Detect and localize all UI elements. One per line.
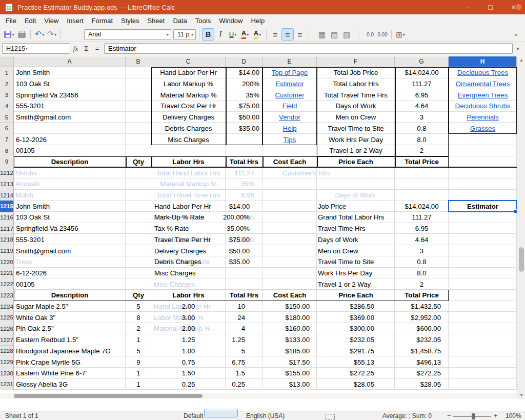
menu-sheet[interactable]: Sheet — [143, 15, 169, 26]
font-size-select[interactable]: 11 pt▾ — [173, 29, 196, 40]
equals-button[interactable]: = — [92, 43, 103, 54]
zoom-in-button[interactable]: + — [494, 412, 498, 419]
cell-F1227[interactable]: $232.05 — [317, 334, 395, 346]
cell-D1[interactable]: $14.00 — [226, 67, 262, 78]
menu-file[interactable]: File — [2, 15, 21, 26]
cell-D3[interactable]: 35% — [226, 89, 262, 101]
cell-F1224[interactable]: $286.50 — [317, 301, 395, 312]
cell-G1219[interactable]: 3 — [395, 245, 449, 256]
cell-A2[interactable]: 103 Oak St — [14, 78, 126, 90]
cell-H6[interactable]: Grasses — [449, 123, 517, 134]
cell-G1229[interactable]: $496.13 — [395, 356, 449, 368]
column-header-A[interactable]: A — [14, 56, 126, 67]
toolbar-overflow-button[interactable]: » — [510, 28, 522, 41]
cell-B1231[interactable]: 1 — [126, 379, 151, 390]
font-name-select[interactable]: Arial▾ — [84, 29, 171, 40]
cell-C4[interactable]: Travel Cost Per Hr — [151, 101, 226, 112]
cell-F9[interactable]: Price Each — [317, 156, 395, 168]
cell-G1228[interactable]: $1,458.75 — [395, 346, 449, 357]
print-icon[interactable] — [15, 28, 28, 41]
cell-F1216[interactable]: Grand Total Labor Hrs — [317, 212, 395, 223]
delete-decimal-button[interactable]: 0.00 — [376, 28, 389, 41]
cell-E1231[interactable]: $13.00 — [262, 379, 317, 390]
row-header-1231[interactable]: 1231 — [0, 379, 14, 390]
cell-F1230[interactable]: $272.25 — [317, 368, 395, 379]
row-header-6[interactable]: 6 — [0, 123, 14, 135]
undo-icon[interactable]: ↶▾ — [33, 28, 46, 41]
cell-C1226[interactable]: 2.00 — [151, 323, 226, 334]
cell-C1220[interactable]: Debris Charges — [151, 256, 226, 268]
row-header-1230[interactable]: 1230 — [0, 368, 14, 379]
selected-cell-outline[interactable] — [448, 200, 517, 212]
cell-A8[interactable]: 00105 — [14, 145, 126, 156]
cell-C1228[interactable]: 1.00 — [151, 346, 226, 357]
sheet-count[interactable]: Sheet 1 of 1 — [5, 412, 38, 419]
cell-H1[interactable]: Deciduous Trees — [449, 67, 517, 78]
menu-help[interactable]: Help — [247, 15, 269, 26]
cell-E6[interactable]: Help — [262, 123, 317, 134]
cell-C2[interactable]: Labor Markup % — [151, 78, 226, 90]
expand-formula-bar-icon[interactable]: ▾ — [513, 46, 523, 51]
cell-D5[interactable]: $50.00 — [226, 112, 262, 123]
cell-C1215[interactable]: Hand Labor Per Hr — [151, 201, 226, 212]
row-header-1222[interactable]: 1222 — [0, 278, 14, 290]
cell-B1226[interactable]: 2 — [126, 323, 151, 334]
cell-D4[interactable]: $75.00 — [226, 101, 262, 112]
cell-B1225[interactable]: 8 — [126, 312, 151, 323]
cell-G1220[interactable]: 0.8 — [395, 256, 449, 268]
horizontal-scrollbar[interactable] — [0, 393, 517, 399]
chevron-down-icon[interactable]: ▾ — [42, 32, 44, 37]
cell-D1220[interactable]: $35.00 — [226, 256, 262, 268]
row-header-1218[interactable]: 1218 — [0, 234, 14, 246]
cell-A5[interactable]: Smith@gmail.com — [14, 112, 126, 123]
row-header-1214[interactable]: 1214 — [0, 190, 14, 202]
cell-A1217[interactable]: Springfield Va 23456 — [14, 223, 126, 234]
cell-G1[interactable]: $14,024.00 — [395, 67, 449, 78]
horizontal-scrollbar-thumb[interactable] — [14, 394, 203, 398]
vertical-scrollbar[interactable]: ▲ ▼ — [517, 56, 525, 399]
formula-input[interactable]: Estimator — [104, 43, 513, 54]
cell-E1230[interactable]: $155.00 — [262, 368, 317, 379]
font-color-button[interactable]: A▾ — [239, 28, 251, 41]
cell-C1231[interactable]: 0.25 — [151, 379, 226, 390]
cell-G9[interactable]: Total Price — [395, 156, 449, 168]
cell-G5[interactable]: 3 — [395, 112, 449, 123]
cell-C5[interactable]: Delivery Charges — [151, 112, 226, 123]
cell-F1215[interactable]: Job Price — [317, 201, 395, 212]
cell-F1218[interactable]: Days of Work — [317, 234, 395, 246]
cell-F1226[interactable]: $300.00 — [317, 323, 395, 334]
cell-G8[interactable]: 2 — [395, 145, 449, 156]
cell-C1216[interactable]: Mark-Up % Rate — [151, 212, 226, 223]
menu-insert[interactable]: Insert — [63, 15, 88, 26]
cell-F5[interactable]: Men on Crew — [317, 112, 395, 123]
cell-G1216[interactable]: 111.27 — [395, 212, 449, 223]
menu-styles[interactable]: Styles — [117, 15, 143, 26]
cell-F7[interactable]: Work Hrs Per Day — [317, 134, 395, 145]
cell-E1225[interactable]: $180.00 — [262, 312, 317, 323]
cell-F1[interactable]: Total Job Price — [317, 67, 395, 78]
row-header-1215[interactable]: 1215 — [0, 201, 14, 212]
cell-B1229[interactable]: 9 — [126, 356, 151, 368]
cell-E3[interactable]: Customer — [262, 89, 317, 101]
cell-D1226[interactable]: 4 — [226, 323, 262, 334]
cell-A1223[interactable]: Description — [14, 290, 126, 301]
bold-button[interactable]: B — [202, 28, 214, 41]
borders-button[interactable]: ⊞▾ — [394, 28, 407, 41]
add-decimal-button[interactable]: 0.0 — [364, 28, 376, 41]
cell-C1218[interactable]: Travel Time Per Hr — [151, 234, 226, 246]
column-header-F[interactable]: F — [317, 56, 395, 67]
cell-F1225[interactable]: $369.00 — [317, 312, 395, 323]
cell-D1231[interactable]: 0.25 — [226, 379, 262, 390]
row-header-1[interactable]: 1 — [0, 67, 14, 79]
align-left-button[interactable]: ≡ — [269, 28, 281, 41]
name-box[interactable]: H1215 ▾ — [2, 43, 70, 54]
row-header-1228[interactable]: 1228 — [0, 346, 14, 357]
cell-F1219[interactable]: Men on Crew — [317, 245, 395, 256]
merge-center-button[interactable]: ▤ — [328, 28, 340, 41]
cell-B1224[interactable]: 5 — [126, 301, 151, 312]
cell-D6[interactable]: $35.00 — [226, 123, 262, 134]
row-header-7[interactable]: 7 — [0, 134, 14, 146]
zoom-out-button[interactable]: − — [447, 412, 451, 419]
underline-button[interactable]: U▾ — [227, 28, 239, 41]
cell-G4[interactable]: 4.64 — [395, 101, 449, 112]
